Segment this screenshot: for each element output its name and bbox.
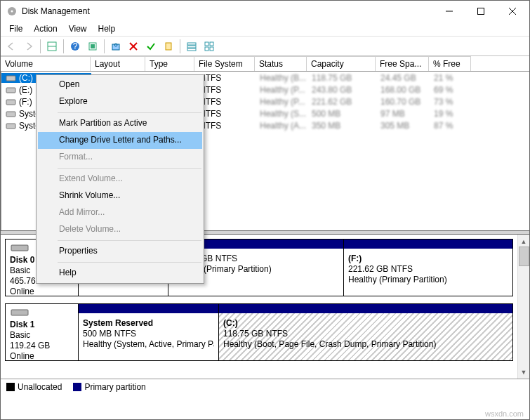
legend-unallocated: Unallocated [6,382,62,392]
menu-file[interactable]: File [4,22,28,35]
col-type[interactable]: Type [145,56,194,71]
settings-icon[interactable] [85,39,100,54]
volume-list-header: Volume Layout Type File System Status Ca… [1,56,529,72]
scrollbar-up-icon[interactable]: ▲ [519,236,529,247]
ctx-explore[interactable]: Explore [38,93,202,110]
scrollbar-thumb[interactable] [519,247,529,266]
forward-button[interactable] [21,39,37,54]
maximize-button[interactable] [465,1,496,22]
ctx-shrink[interactable]: Shrink Volume... [38,188,202,204]
svg-rect-11 [91,44,95,48]
svg-rect-21 [210,42,213,46]
svg-rect-25 [6,88,15,93]
back-button[interactable] [4,39,19,54]
col-status[interactable]: Status [255,56,307,71]
disk-row: Disk 1 Basic 119.24 GB Online System Res… [5,303,513,361]
scrollbar-down-icon[interactable]: ▼ [519,367,529,377]
col-fs[interactable]: File System [194,56,255,71]
svg-rect-18 [187,46,196,48]
col-free[interactable]: Free Spa... [376,56,429,71]
vertical-scrollbar[interactable]: ▲ ▼ [517,235,529,379]
svg-rect-12 [112,44,119,50]
check-icon[interactable] [143,39,159,54]
minimize-button[interactable] [433,1,465,22]
list-view-icon[interactable] [184,39,199,54]
help-icon[interactable]: ? [67,39,83,54]
refresh-icon[interactable] [108,39,124,54]
svg-text:?: ? [73,41,78,51]
grid-view-icon[interactable] [201,39,217,54]
svg-rect-3 [477,8,484,15]
svg-point-1 [11,11,13,13]
window-titlebar: Disk Management [1,1,529,22]
svg-rect-17 [187,43,196,45]
new-icon[interactable] [161,39,176,54]
ctx-mark-active[interactable]: Mark Partition as Active [38,115,202,132]
svg-rect-26 [6,100,15,105]
ctx-format[interactable]: Format... [38,149,202,166]
legend: Unallocated Primary partition [1,379,529,394]
ctx-add-mirror[interactable]: Add Mirror... [38,204,202,221]
ctx-properties[interactable]: Properties [38,243,202,260]
menu-view[interactable]: View [63,22,93,35]
col-volume[interactable]: Volume [1,56,91,71]
menu-action[interactable]: Action [28,22,62,35]
svg-rect-24 [6,76,15,81]
svg-rect-27 [6,112,15,117]
toolbar: ? [1,37,529,56]
partition-block-selected[interactable]: (C:) 118.75 GB NTFS Healthy (Boot, Page … [219,304,512,360]
svg-rect-19 [187,48,196,51]
col-pct[interactable]: % Free [429,56,471,71]
ctx-help[interactable]: Help [38,265,202,282]
svg-rect-29 [11,245,28,251]
close-button[interactable] [496,1,528,22]
col-layout[interactable]: Layout [91,56,145,71]
app-icon [6,6,18,17]
ctx-open[interactable]: Open [38,77,202,93]
ctx-extend[interactable]: Extend Volume... [38,171,202,188]
partition-block[interactable]: System Reserved 500 MB NTFS Healthy (Sys… [79,304,219,360]
svg-rect-16 [166,43,171,50]
svg-rect-22 [205,47,208,51]
partition-block[interactable]: (F:) 221.62 GB NTFS Healthy (Primary Par… [344,239,512,296]
col-capacity[interactable]: Capacity [307,56,376,71]
menu-help[interactable]: Help [93,22,121,35]
context-menu: Open Explore Mark Partition as Active Ch… [36,74,204,284]
legend-primary: Primary partition [73,382,145,392]
svg-rect-30 [11,310,28,315]
disk-info: Disk 1 Basic 119.24 GB Online [6,304,79,360]
svg-rect-28 [6,124,15,129]
ctx-change-drive-letter[interactable]: Change Drive Letter and Paths... [38,132,202,149]
view-top-icon[interactable] [44,39,60,54]
svg-rect-23 [210,47,213,51]
svg-rect-20 [205,42,208,46]
window-title: Disk Management [22,6,433,16]
menubar: File Action View Help [1,22,529,37]
ctx-delete[interactable]: Delete Volume... [38,221,202,238]
watermark: wsxdn.com [485,409,524,418]
delete-icon[interactable] [126,39,141,54]
